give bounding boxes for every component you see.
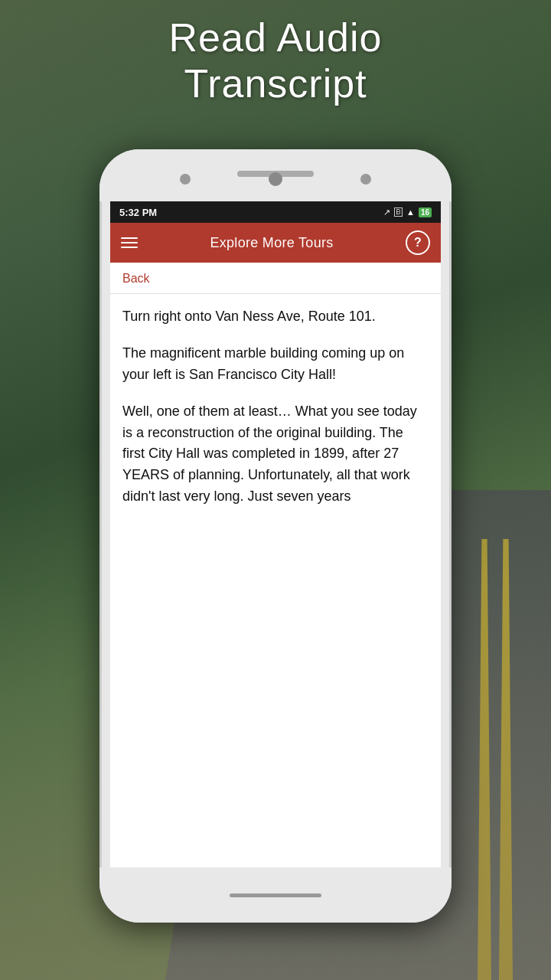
transcript-paragraph-3: Well, one of them at least… What you see… xyxy=(122,401,429,508)
help-icon: ? xyxy=(414,236,422,250)
phone-bottom-hardware xyxy=(99,867,452,923)
menu-button[interactable] xyxy=(121,237,138,248)
transcript-paragraph-2: The magnificent marble building coming u… xyxy=(122,343,429,386)
app-toolbar: Explore More Tours ? xyxy=(110,223,441,263)
back-link[interactable]: Back xyxy=(110,263,441,294)
phone-frame: 5:32 PM ↗ 🄱 ▲ 16 Explore More Tours ? xyxy=(99,149,452,923)
transcript-paragraph-1: Turn right onto Van Ness Ave, Route 101. xyxy=(122,306,429,328)
transcript-text: Turn right onto Van Ness Ave, Route 101.… xyxy=(110,294,441,538)
bluetooth-icon: 🄱 xyxy=(394,207,403,217)
phone-camera-right xyxy=(360,174,371,185)
phone-home-bar xyxy=(230,893,321,897)
menu-line-1 xyxy=(121,237,138,239)
menu-line-2 xyxy=(121,242,138,243)
help-button[interactable]: ? xyxy=(406,230,430,255)
toolbar-title: Explore More Tours xyxy=(210,235,333,251)
status-bar: 5:32 PM ↗ 🄱 ▲ 16 xyxy=(110,201,441,223)
menu-line-3 xyxy=(121,247,138,248)
phone-camera-center xyxy=(269,172,282,186)
battery-icon: 16 xyxy=(419,207,432,217)
phone-screen: 5:32 PM ↗ 🄱 ▲ 16 Explore More Tours ? xyxy=(110,201,441,867)
page-title: Read Audio Transcript xyxy=(0,15,551,107)
phone-camera-left xyxy=(180,174,191,185)
status-icons: ↗ 🄱 ▲ 16 xyxy=(383,207,432,217)
signal-icon: ↗ xyxy=(383,207,390,217)
page-title-line1: Read Audio xyxy=(0,15,551,61)
wifi-icon: ▲ xyxy=(406,207,415,217)
content-area[interactable]: Back Turn right onto Van Ness Ave, Route… xyxy=(110,263,441,867)
status-time: 5:32 PM xyxy=(119,207,157,218)
page-title-line2: Transcript xyxy=(0,61,551,107)
phone-top-hardware xyxy=(99,149,452,201)
